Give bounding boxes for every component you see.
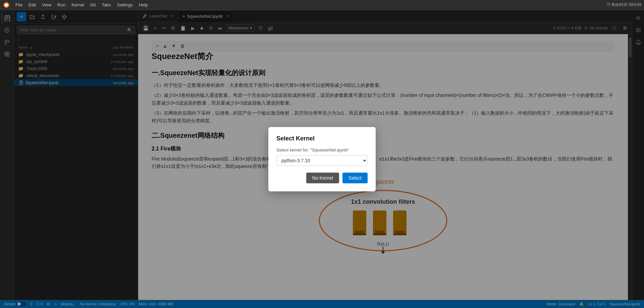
menu-edit[interactable]: Edit <box>26 1 39 8</box>
no-kernel-button[interactable]: No Kernel <box>306 173 339 183</box>
modal-overlay: Select Kernel Select kernel for: "Squeez… <box>0 10 644 308</box>
modal-title: Select Kernel <box>276 135 368 142</box>
kernel-dropdown[interactable]: python-3.7.10 <box>276 155 368 166</box>
select-kernel-button[interactable]: Select <box>342 173 368 183</box>
menu-tabs[interactable]: Tabs <box>99 1 113 8</box>
menu-settings[interactable]: Settings <box>114 1 136 8</box>
select-kernel-dialog: Select Kernel Select kernel for: "Squeez… <box>268 127 376 191</box>
menu-help[interactable]: Help <box>136 1 151 8</box>
modal-actions: No Kernel Select <box>276 173 368 183</box>
menu-git[interactable]: Git <box>88 1 99 8</box>
menu-bar: File Edit View Run Kernel Git Tabs Setti… <box>0 0 644 10</box>
menu-view[interactable]: View <box>39 1 54 8</box>
app-logo <box>3 1 10 9</box>
menu-kernel[interactable]: Kernel <box>69 1 87 8</box>
menu-run[interactable]: Run <box>55 1 68 8</box>
menu-file[interactable]: File <box>13 1 25 8</box>
modal-label: Select kernel for: "SqueezeNet.ipynb" <box>276 147 368 152</box>
timer-display: ⏱ 剩余时间 58分钟 <box>606 2 641 8</box>
